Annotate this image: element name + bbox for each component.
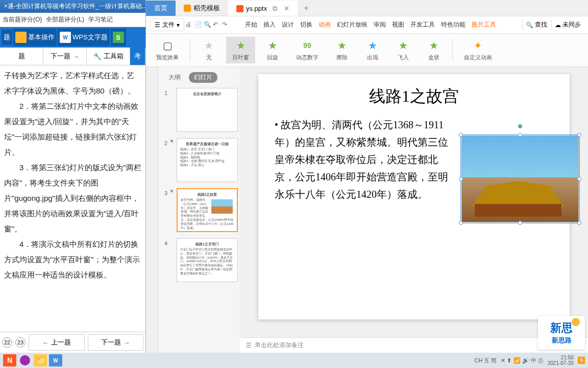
- qat-print-icon[interactable]: 📄: [194, 21, 203, 29]
- thumb-1[interactable]: 1 北京名胜旅游简介: [158, 85, 240, 135]
- prev-q-cell[interactable]: 题: [0, 48, 43, 65]
- rib-wipe[interactable]: ★擦除: [329, 37, 355, 63]
- slides-tab[interactable]: 幻灯片: [189, 72, 217, 83]
- star-icon: ★: [202, 39, 215, 52]
- page-23[interactable]: 23: [15, 337, 26, 348]
- next-q-cell[interactable]: 下一题→: [43, 48, 87, 65]
- rib-blinds[interactable]: ★百叶窗: [226, 37, 255, 63]
- arrow-left-icon: ←: [42, 339, 49, 347]
- exam-category-tabs: 题 基本操作 WWPS文字题 S: [0, 27, 145, 48]
- menu-start[interactable]: 开始: [242, 19, 260, 31]
- qat-redo-icon[interactable]: ↷: [222, 21, 230, 29]
- menu-features[interactable]: 特色功能: [438, 19, 468, 31]
- file-menu[interactable]: ☰ 文件 ▾: [150, 18, 184, 31]
- menu-score-current[interactable]: 当前题评分(O): [3, 15, 42, 24]
- exam-cell[interactable]: 考: [130, 48, 145, 65]
- resize-handle[interactable]: [459, 177, 463, 181]
- tb-file-explorer[interactable]: 📁: [34, 354, 47, 366]
- thumb-3[interactable]: 3★ 线路1之故宫故宫为明、清两代（公元1368～1911年）的皇宫，又称紫禁城…: [158, 185, 240, 235]
- menu-animation[interactable]: 动画: [316, 19, 333, 31]
- menu-score-all[interactable]: 全部题评分(L): [46, 15, 84, 24]
- search-box[interactable]: 🔍 查找: [522, 19, 550, 30]
- tab-question[interactable]: 题: [2, 30, 12, 45]
- page-22[interactable]: 22: [2, 337, 12, 348]
- notification-badge[interactable]: 9: [578, 357, 585, 364]
- tab-basic-ops[interactable]: 基本操作: [13, 29, 57, 46]
- tab-spreadsheet[interactable]: S: [111, 29, 126, 46]
- slide-editor: 线路1之故宫 故宫为明、清两代（公元1368～1911年）的皇宫，又称紫禁城。明…: [240, 67, 588, 353]
- resize-handle[interactable]: [518, 221, 522, 225]
- resize-handle[interactable]: [459, 133, 463, 137]
- sync-status[interactable]: ☁ 未同步: [551, 19, 584, 30]
- slide-image-selected[interactable]: [461, 135, 579, 222]
- tab-popout-icon[interactable]: ⧉: [273, 5, 277, 13]
- exam-toolbar: 题 下一题→ 🔧工具箱 考: [0, 48, 145, 65]
- resize-handle[interactable]: [459, 221, 463, 225]
- menu-slideshow[interactable]: 幻灯片放映: [334, 19, 370, 31]
- notes-icon: ☰: [246, 342, 252, 349]
- tab-close-icon[interactable]: ✕: [284, 5, 289, 12]
- tab-add-button[interactable]: +: [298, 1, 314, 16]
- menu-review[interactable]: 审阅: [371, 19, 388, 31]
- slide-canvas[interactable]: 线路1之故宫 故宫为明、清两代（公元1368～1911年）的皇宫，又称紫禁城。明…: [240, 67, 588, 337]
- left-rail: [146, 67, 158, 353]
- thumb-4[interactable]: 4 线路1之天安门天安门位于中华人民共和国首都北京中心，原名长安门，天安门城门，…: [158, 235, 240, 285]
- wrench-icon: 🔧: [93, 53, 102, 60]
- qat-undo-icon[interactable]: ↶: [213, 21, 221, 29]
- folder-icon: [15, 32, 27, 43]
- sun-icon: [572, 318, 580, 326]
- wps-menubar: ☰ 文件 ▾ 🖨 📄 🔍 ↶ ↷ 开始 插入 设计 切换 动画 幻灯片放映 审阅…: [146, 16, 588, 34]
- rib-flyin[interactable]: ★飞入: [390, 37, 416, 63]
- rib-dynamic-number[interactable]: 99动态数字: [290, 37, 325, 63]
- menu-picture-tools[interactable]: 图片工具: [469, 19, 499, 31]
- clock[interactable]: 21:502021-07-20: [548, 355, 574, 366]
- nav-prev-button[interactable]: ←上一题: [29, 334, 85, 351]
- menu-design[interactable]: 设计: [279, 19, 297, 31]
- resize-handle[interactable]: [577, 133, 581, 137]
- template-icon: [184, 5, 191, 12]
- menu-notes[interactable]: 学习笔记: [88, 15, 113, 24]
- slide-thumbnails: 大纲 幻灯片 1 北京名胜旅游简介 2★ 世界遗产及皇城古迹一日游线路1：故宫-…: [158, 67, 240, 353]
- rotate-handle[interactable]: [518, 124, 522, 128]
- qat-save-icon[interactable]: 🖨: [185, 21, 193, 29]
- star-icon: ★: [427, 39, 440, 52]
- tb-wps[interactable]: W: [49, 354, 62, 366]
- thumb-2[interactable]: 2★ 世界遗产及皇城古迹一日游线路1：故宫-天安门-前门 线路2：八达岭长城-明…: [158, 135, 240, 185]
- resize-handle[interactable]: [518, 133, 522, 137]
- tb-app-cloud[interactable]: [18, 354, 32, 366]
- resize-handle[interactable]: [577, 177, 581, 181]
- tab-home[interactable]: 首页: [146, 1, 176, 16]
- rib-spin[interactable]: ★回旋: [259, 37, 286, 63]
- slide-3: 线路1之故宫 故宫为明、清两代（公元1368～1911年）的皇宫，又称紫禁城。明…: [258, 74, 570, 319]
- tab-wps-text[interactable]: WWPS文字题: [58, 29, 110, 46]
- windows-taskbar: N 📁 W CH 五 简 ✕ ⬆ 📶 🔊 中 ㊣ 21:502021-07-20…: [0, 353, 588, 368]
- animation-ribbon: ▢预览效果 ★无 ★百叶窗 ★回旋 99动态数字 ★擦除 ★出现 ★飞入 ★盒状…: [146, 34, 588, 67]
- rib-preview[interactable]: ▢预览效果: [150, 37, 185, 63]
- toolkit-cell[interactable]: 🔧工具箱: [87, 48, 130, 65]
- slide-text[interactable]: 故宫为明、清两代（公元1368～1911年）的皇宫，又称紫禁城。明代第三位皇帝朱…: [275, 116, 453, 222]
- slide-title[interactable]: 线路1之故宫: [275, 85, 553, 108]
- menu-view[interactable]: 视图: [389, 19, 407, 31]
- resize-handle[interactable]: [577, 221, 581, 225]
- exam-pager: 22 23 ←上一题 下一题→: [0, 332, 145, 353]
- nav-next-button[interactable]: 下一题→: [88, 334, 144, 351]
- tb-app-n[interactable]: N: [3, 354, 16, 366]
- menu-transition[interactable]: 切换: [298, 19, 315, 31]
- notes-pane[interactable]: ☰单击此处添加备注: [240, 337, 588, 353]
- qat-preview-icon[interactable]: 🔍: [204, 21, 212, 29]
- rib-custom-anim[interactable]: ✦自定义动画: [458, 37, 498, 63]
- rib-box[interactable]: ★盒状: [421, 37, 447, 63]
- tab-templates[interactable]: 稻壳模板: [176, 1, 228, 16]
- outline-tab[interactable]: 大纲: [163, 72, 186, 83]
- rib-appear[interactable]: ★出现: [359, 37, 386, 63]
- tray-icons[interactable]: ✕ ⬆ 📶 🔊 中 ㊣: [501, 357, 543, 364]
- ime-indicator[interactable]: CH 五 简: [474, 357, 497, 364]
- watermark-logo: 新思 新思路: [538, 316, 585, 350]
- menu-insert[interactable]: 插入: [261, 19, 278, 31]
- tab-ys-pptx[interactable]: ys.pptx⧉✕: [228, 1, 298, 16]
- question-text: 子转换为艺术字，艺术字样式任选，艺术字字体设为黑体、字号为80（磅）。 2．将第…: [0, 65, 145, 332]
- star-icon: ★: [335, 39, 349, 52]
- star-icon: ★: [366, 39, 379, 52]
- rib-none[interactable]: ★无: [195, 37, 222, 63]
- menu-dev[interactable]: 开发工具: [408, 19, 437, 31]
